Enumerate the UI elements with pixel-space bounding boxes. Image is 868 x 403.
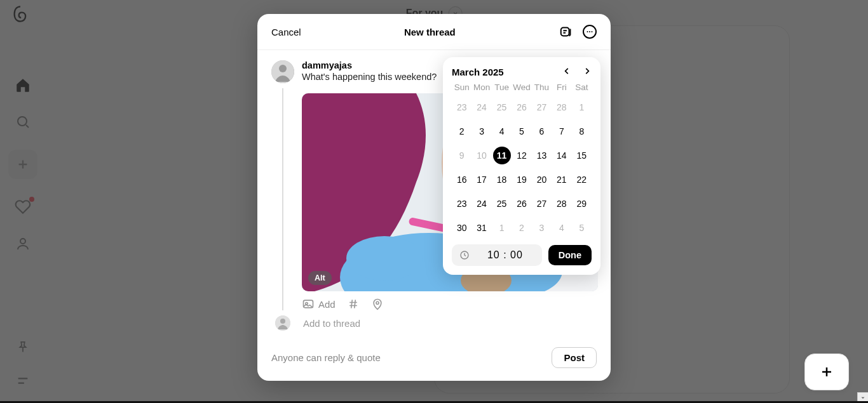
calendar-day[interactable]: 26 [513, 98, 531, 116]
time-value: 10 : 00 [476, 249, 534, 261]
calendar-next-icon[interactable] [583, 66, 592, 77]
calendar-day[interactable]: 16 [453, 171, 471, 188]
calendar-day[interactable]: 9 [453, 147, 471, 164]
hashtag-button[interactable] [347, 298, 360, 310]
calendar-day[interactable]: 30 [453, 219, 471, 237]
calendar-day[interactable]: 23 [453, 98, 471, 116]
calendar-day[interactable]: 25 [493, 195, 511, 213]
calendar-day[interactable]: 18 [493, 171, 511, 188]
calendar-day[interactable]: 1 [573, 98, 590, 116]
calendar-day[interactable]: 11 [493, 147, 511, 164]
more-options-icon[interactable] [583, 25, 597, 39]
calendar-dow: Thu [532, 83, 552, 92]
calendar-grid: SunMonTueWedThuFriSat2324252627281234567… [452, 83, 592, 237]
calendar-day[interactable]: 2 [513, 219, 531, 237]
calendar-day[interactable]: 13 [532, 147, 550, 164]
calendar-prev-icon[interactable] [562, 66, 571, 77]
calendar-day[interactable]: 28 [553, 195, 571, 213]
calendar-day[interactable]: 3 [532, 219, 550, 237]
add-to-thread-button[interactable]: Add to thread [303, 318, 360, 329]
svg-point-7 [279, 65, 287, 72]
calendar-day[interactable]: 3 [473, 122, 491, 140]
calendar-day[interactable]: 8 [573, 122, 590, 140]
cancel-button[interactable]: Cancel [271, 27, 301, 37]
calendar-day[interactable]: 27 [532, 195, 550, 213]
calendar-day[interactable]: 21 [553, 171, 571, 188]
modal-header: Cancel New thread [257, 14, 611, 50]
post-button[interactable]: Post [552, 347, 597, 368]
calendar-day[interactable]: 26 [513, 195, 531, 213]
calendar-dow: Sat [572, 83, 592, 92]
calendar-dow: Wed [512, 83, 531, 92]
calendar-day[interactable]: 5 [513, 122, 531, 140]
attach-media-button[interactable]: Add [302, 298, 336, 310]
calendar-day[interactable]: 4 [553, 219, 571, 237]
calendar-day[interactable]: 10 [473, 147, 491, 164]
location-button[interactable] [371, 298, 384, 310]
svg-point-3 [587, 31, 588, 32]
calendar-day[interactable]: 28 [553, 98, 571, 116]
calendar-day[interactable]: 29 [573, 195, 590, 213]
calendar-day[interactable]: 4 [493, 122, 511, 140]
clock-icon [459, 250, 470, 260]
svg-point-5 [592, 31, 593, 32]
calendar-day[interactable]: 2 [453, 122, 471, 140]
calendar-day[interactable]: 22 [573, 171, 590, 188]
time-input[interactable]: 10 : 00 [452, 244, 542, 266]
calendar-day[interactable]: 23 [453, 195, 471, 213]
calendar-dow: Sun [452, 83, 471, 92]
calendar-day[interactable]: 7 [553, 122, 571, 140]
calendar-day[interactable]: 24 [473, 195, 491, 213]
calendar-day[interactable]: 14 [553, 147, 571, 164]
calendar-day[interactable]: 15 [573, 147, 590, 164]
thread-line [282, 88, 283, 310]
schedule-calendar: March 2025 SunMonTueWedThuFriSat23242526… [443, 57, 600, 275]
calendar-day[interactable]: 31 [473, 219, 491, 237]
calendar-day[interactable]: 20 [532, 171, 550, 188]
drafts-icon[interactable] [559, 24, 574, 39]
calendar-day[interactable]: 5 [573, 219, 590, 237]
calendar-day[interactable]: 24 [473, 98, 491, 116]
calendar-day[interactable]: 12 [513, 147, 531, 164]
new-thread-modal: Cancel New thread dammyajas What's happe… [257, 14, 611, 381]
modal-title: New thread [404, 27, 456, 37]
calendar-day[interactable]: 25 [493, 98, 511, 116]
calendar-day[interactable]: 6 [532, 122, 550, 140]
done-button[interactable]: Done [548, 245, 592, 265]
calendar-dow: Fri [552, 83, 571, 92]
alt-text-button[interactable]: Alt [308, 271, 332, 285]
calendar-month-label: March 2025 [452, 67, 504, 77]
svg-point-18 [376, 301, 379, 304]
svg-point-4 [589, 31, 590, 32]
modal-footer: Anyone can reply & quote Post [257, 338, 611, 381]
reply-scope-button[interactable]: Anyone can reply & quote [271, 352, 381, 363]
calendar-day[interactable]: 27 [532, 98, 550, 116]
svg-point-10 [346, 236, 423, 281]
avatar-small [275, 315, 290, 331]
avatar [271, 60, 294, 83]
calendar-day[interactable]: 1 [493, 219, 511, 237]
svg-rect-2 [561, 28, 569, 36]
calendar-dow: Mon [471, 83, 491, 92]
attach-label: Add [318, 299, 336, 310]
calendar-day[interactable]: 17 [473, 171, 491, 188]
svg-point-20 [280, 319, 285, 324]
calendar-day[interactable]: 19 [513, 171, 531, 188]
floating-create-button[interactable] [804, 353, 849, 390]
calendar-dow: Tue [492, 83, 512, 92]
compose-actions: Add [302, 298, 598, 310]
